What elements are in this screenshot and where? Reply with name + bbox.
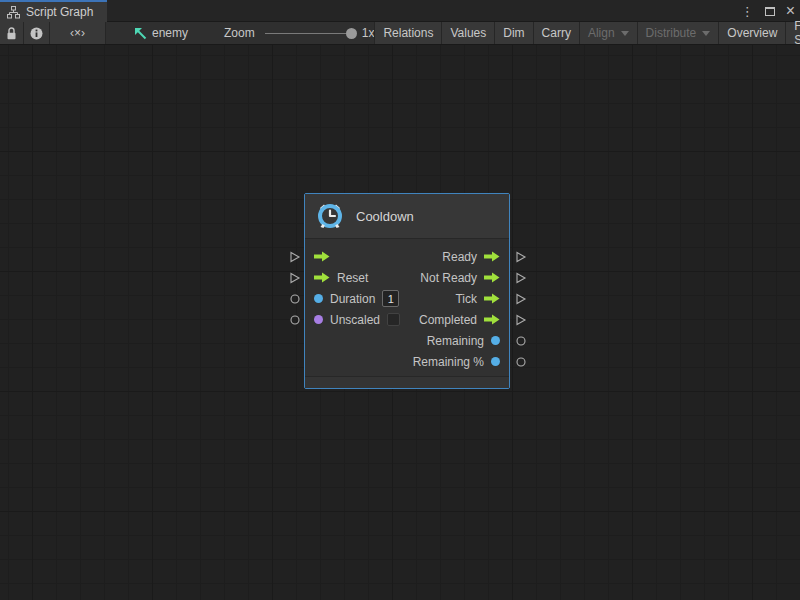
flow-arrow-icon xyxy=(484,314,500,325)
align-label: Align xyxy=(588,26,615,40)
zoom-level: 1x xyxy=(362,26,375,40)
port-label: Remaining % xyxy=(413,355,484,369)
full-screen-button[interactable]: Full Screen xyxy=(785,22,800,44)
flow-output-port[interactable] xyxy=(514,246,528,267)
value-input-port[interactable] xyxy=(288,309,302,330)
tab-bar: Script Graph ⋮ × xyxy=(0,0,800,22)
value-port-icon xyxy=(515,335,527,347)
port-row-duration[interactable]: Duration xyxy=(305,288,400,309)
cooldown-node-area: Cooldown Reset xyxy=(288,193,528,393)
cooldown-node[interactable]: Cooldown Reset xyxy=(304,193,510,389)
graph-canvas[interactable]: Cooldown Reset xyxy=(0,45,800,600)
flow-output-port[interactable] xyxy=(514,288,528,309)
flow-arrow-icon xyxy=(484,272,500,283)
port-label: Not Ready xyxy=(420,271,477,285)
value-dot-icon xyxy=(491,357,500,366)
external-output-ports xyxy=(514,246,528,372)
flow-arrow-icon xyxy=(484,251,500,262)
value-port-icon xyxy=(289,314,301,326)
zoom-control: Zoom 1x xyxy=(224,22,374,44)
overview-button[interactable]: Overview xyxy=(718,22,785,44)
graph-toolbar: ‹×› enemy Zoom 1x Relations Values Dim C… xyxy=(0,22,800,45)
flow-arrow-icon xyxy=(314,272,330,283)
port-row-flow-in[interactable] xyxy=(305,246,400,267)
graph-breadcrumb-icon xyxy=(134,27,147,40)
dim-button[interactable]: Dim xyxy=(494,22,532,44)
distribute-button[interactable]: Distribute xyxy=(637,22,719,44)
value-input-port[interactable] xyxy=(288,288,302,309)
flow-output-port[interactable] xyxy=(514,309,528,330)
flow-port-icon xyxy=(289,272,301,284)
zoom-label: Zoom xyxy=(224,26,255,40)
duration-input[interactable] xyxy=(382,290,399,307)
value-output-port[interactable] xyxy=(514,330,528,351)
flow-input-port[interactable] xyxy=(288,246,302,267)
code-preview-button[interactable]: ‹×› xyxy=(50,22,106,44)
window-menu-icon[interactable]: ⋮ xyxy=(741,5,754,18)
tab-script-graph[interactable]: Script Graph xyxy=(0,0,107,22)
flow-arrow-icon xyxy=(484,293,500,304)
value-dot-icon xyxy=(314,315,323,324)
lock-icon xyxy=(6,27,17,40)
flow-port-icon xyxy=(515,293,527,305)
port-row-ready[interactable]: Ready xyxy=(413,246,509,267)
maximize-icon[interactable] xyxy=(765,7,775,16)
node-header[interactable]: Cooldown xyxy=(305,194,509,239)
relations-button[interactable]: Relations xyxy=(374,22,441,44)
value-output-port[interactable] xyxy=(514,351,528,372)
port-label: Remaining xyxy=(427,334,484,348)
port-label: Tick xyxy=(455,292,477,306)
align-button[interactable]: Align xyxy=(579,22,637,44)
port-label: Ready xyxy=(442,250,477,264)
toolbar-buttons: Relations Values Dim Carry Align Distrib… xyxy=(374,22,800,44)
zoom-slider[interactable] xyxy=(265,33,353,34)
value-port-icon xyxy=(515,356,527,368)
flow-port-icon xyxy=(515,314,527,326)
distribute-label: Distribute xyxy=(646,26,697,40)
close-icon[interactable]: × xyxy=(786,3,795,19)
node-title: Cooldown xyxy=(356,209,414,224)
zoom-slider-handle[interactable] xyxy=(346,28,357,39)
alarm-clock-icon xyxy=(315,201,345,231)
port-row-not-ready[interactable]: Not Ready xyxy=(413,267,509,288)
port-label: Completed xyxy=(419,313,477,327)
flow-port-icon xyxy=(289,251,301,263)
node-body: Reset Duration Unscaled xyxy=(305,239,509,376)
value-dot-icon xyxy=(491,336,500,345)
value-port-icon xyxy=(289,293,301,305)
flow-port-icon xyxy=(515,251,527,263)
port-row-remaining-pct[interactable]: Remaining % xyxy=(413,351,509,372)
unscaled-checkbox[interactable] xyxy=(387,313,400,326)
lock-button[interactable] xyxy=(0,22,24,44)
port-label: Reset xyxy=(337,271,368,285)
port-row-completed[interactable]: Completed xyxy=(413,309,509,330)
port-label: Unscaled xyxy=(330,313,380,327)
breadcrumb-label: enemy xyxy=(152,26,188,40)
port-label: Duration xyxy=(330,292,375,306)
carry-button[interactable]: Carry xyxy=(533,22,579,44)
port-row-unscaled[interactable]: Unscaled xyxy=(305,309,400,330)
tab-label: Script Graph xyxy=(26,5,93,19)
flow-arrow-icon xyxy=(314,251,330,262)
port-row-reset[interactable]: Reset xyxy=(305,267,400,288)
external-input-ports xyxy=(288,246,302,330)
chevron-down-icon xyxy=(702,31,710,36)
info-icon xyxy=(30,27,43,40)
info-button[interactable] xyxy=(24,22,50,44)
input-column: Reset Duration Unscaled xyxy=(305,246,400,372)
script-graph-icon xyxy=(7,6,20,19)
chevron-down-icon xyxy=(621,31,629,36)
flow-output-port[interactable] xyxy=(514,267,528,288)
output-column: Ready Not Ready Tick xyxy=(413,246,509,372)
window-controls: ⋮ × xyxy=(741,0,795,22)
port-row-tick[interactable]: Tick xyxy=(413,288,509,309)
value-dot-icon xyxy=(314,294,323,303)
port-row-remaining[interactable]: Remaining xyxy=(413,330,509,351)
values-button[interactable]: Values xyxy=(441,22,494,44)
flow-input-port[interactable] xyxy=(288,267,302,288)
breadcrumb[interactable]: enemy xyxy=(128,22,194,44)
flow-port-icon xyxy=(515,272,527,284)
node-footer xyxy=(305,376,509,388)
